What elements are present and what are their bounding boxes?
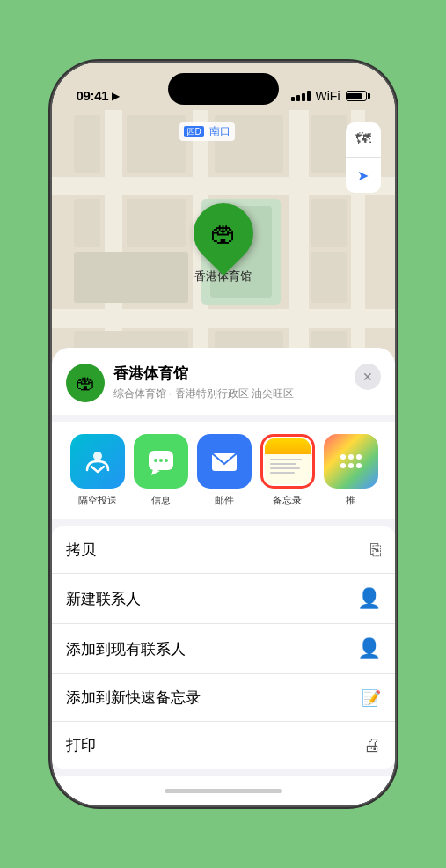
action-copy[interactable]: 拷贝 ⎘ xyxy=(52,526,395,574)
notes-line-4 xyxy=(270,472,295,474)
map-label-badge: 四D xyxy=(184,126,204,137)
dot xyxy=(356,463,362,468)
action-print[interactable]: 打印 🖨 xyxy=(52,722,395,769)
messages-svg xyxy=(144,445,178,478)
location-pin: 🏟 香港体育馆 xyxy=(194,203,253,284)
notes-icon xyxy=(260,434,315,489)
share-item-notes[interactable]: 备忘录 xyxy=(256,434,319,507)
dot xyxy=(348,454,354,460)
svg-rect-16 xyxy=(311,115,347,173)
notes-line-2 xyxy=(270,463,296,465)
print-icon: 🖨 xyxy=(363,735,381,755)
notes-label: 备忘录 xyxy=(273,494,302,507)
quick-notes-icon: 📝 xyxy=(362,688,381,708)
mail-icon xyxy=(197,434,252,489)
place-info: 🏟 香港体育馆 综合体育馆 · 香港特别行政区 油尖旺区 xyxy=(66,364,294,402)
new-contact-icon: 👤 xyxy=(357,587,381,610)
more-icon xyxy=(324,434,378,489)
copy-label: 拷贝 xyxy=(66,540,96,560)
more-dots-row2 xyxy=(340,463,362,468)
more-label: 推 xyxy=(346,494,355,507)
svg-point-24 xyxy=(93,452,102,460)
bottom-sheet: 🏟 香港体育馆 综合体育馆 · 香港特别行政区 油尖旺区 ✕ xyxy=(52,348,395,805)
action-add-notes[interactable]: 添加到新快速备忘录 📝 xyxy=(52,674,395,722)
location-arrow-icon: ▶ xyxy=(112,90,120,102)
notes-line-3 xyxy=(270,467,300,469)
print-label: 打印 xyxy=(66,735,96,755)
action-list: 拷贝 ⎘ 新建联系人 👤 添加到现有联系人 👤 添加到新快速备忘录 📝 打印 xyxy=(52,526,395,769)
add-existing-icon: 👤 xyxy=(357,637,381,660)
notes-body xyxy=(265,454,311,484)
place-header: 🏟 香港体育馆 综合体育馆 · 香港特别行政区 油尖旺区 ✕ xyxy=(52,348,395,415)
action-add-existing[interactable]: 添加到现有联系人 👤 xyxy=(52,624,395,674)
svg-rect-8 xyxy=(74,115,100,173)
new-contact-label: 新建联系人 xyxy=(66,589,141,609)
stadium-icon: 🏟 xyxy=(210,218,237,248)
map-north-label: 四D 南口 xyxy=(179,122,236,141)
add-existing-label: 添加到现有联系人 xyxy=(66,639,186,659)
signal-bars-icon xyxy=(291,91,311,101)
more-dots-row1 xyxy=(340,454,362,460)
phone-frame: 09:41 ▶ WiFi xyxy=(52,63,395,805)
dynamic-island xyxy=(168,73,279,105)
phone-screen: 09:41 ▶ WiFi xyxy=(52,63,395,805)
svg-rect-13 xyxy=(74,252,188,303)
dot xyxy=(356,454,362,460)
share-item-airdrop[interactable]: 隔空投送 xyxy=(66,434,129,507)
svg-rect-9 xyxy=(127,115,186,173)
svg-rect-12 xyxy=(74,199,100,247)
airdrop-svg xyxy=(82,445,113,477)
share-item-more[interactable]: 推 xyxy=(319,434,383,507)
airdrop-label: 隔空投送 xyxy=(78,494,117,507)
svg-rect-17 xyxy=(311,199,347,247)
place-icon: 🏟 xyxy=(66,364,105,402)
airdrop-icon xyxy=(70,434,125,489)
messages-icon xyxy=(134,434,188,489)
svg-point-28 xyxy=(159,459,163,462)
battery-icon xyxy=(346,91,370,101)
svg-rect-10 xyxy=(127,199,186,247)
place-text: 香港体育馆 综合体育馆 · 香港特别行政区 油尖旺区 xyxy=(113,364,294,401)
close-button[interactable]: ✕ xyxy=(355,364,381,390)
home-bar xyxy=(165,789,282,793)
notes-line-1 xyxy=(270,459,302,460)
map-controls: 🗺 ➤ xyxy=(346,122,381,193)
svg-point-29 xyxy=(165,459,168,462)
mail-label: 邮件 xyxy=(215,494,234,507)
location-button[interactable]: ➤ xyxy=(346,158,381,193)
svg-point-27 xyxy=(154,459,157,462)
dot xyxy=(340,454,346,460)
share-item-mail[interactable]: 邮件 xyxy=(193,434,256,507)
map-type-button[interactable]: 🗺 xyxy=(346,122,381,158)
status-time: 09:41 xyxy=(77,88,109,103)
svg-marker-26 xyxy=(151,469,160,475)
share-item-messages[interactable]: 信息 xyxy=(129,434,193,507)
svg-rect-18 xyxy=(311,252,347,303)
svg-rect-2 xyxy=(52,309,395,328)
status-icons: WiFi xyxy=(291,89,370,103)
action-new-contact[interactable]: 新建联系人 👤 xyxy=(52,574,395,624)
svg-rect-1 xyxy=(52,177,395,195)
notes-inner xyxy=(263,437,312,486)
home-indicator xyxy=(52,776,395,805)
add-notes-label: 添加到新快速备忘录 xyxy=(66,688,201,708)
place-subtitle: 综合体育馆 · 香港特别行政区 油尖旺区 xyxy=(113,386,294,401)
mail-svg xyxy=(208,445,241,478)
copy-icon: ⎘ xyxy=(370,540,381,560)
pin-circle: 🏟 xyxy=(180,191,265,276)
stadium-place-icon: 🏟 xyxy=(76,371,95,394)
place-name: 香港体育馆 xyxy=(113,364,294,384)
notes-header xyxy=(265,438,311,454)
dot xyxy=(348,463,354,468)
dot xyxy=(340,463,346,468)
map-label-text: 南口 xyxy=(209,125,230,137)
wifi-icon: WiFi xyxy=(316,89,340,103)
share-row: 隔空投送 信息 xyxy=(52,422,395,519)
messages-label: 信息 xyxy=(151,494,171,507)
